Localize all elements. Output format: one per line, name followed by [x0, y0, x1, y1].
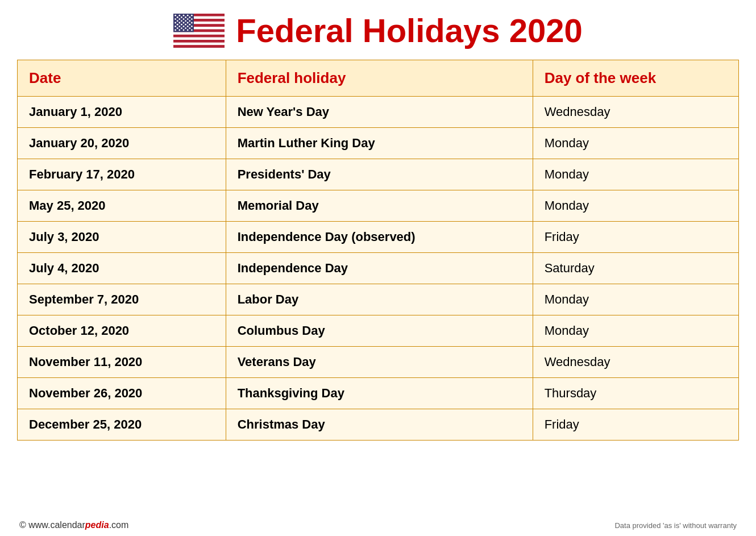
cell-date: December 25, 2020 — [18, 409, 226, 441]
cell-date: July 4, 2020 — [18, 253, 226, 284]
svg-point-19 — [177, 16, 178, 18]
cell-holiday: Christmas Day — [226, 409, 533, 441]
svg-point-14 — [175, 14, 177, 16]
page-footer: © www.calendarpedia.com Data provided 'a… — [17, 520, 739, 530]
svg-point-52 — [183, 29, 185, 31]
svg-point-42 — [179, 26, 181, 27]
cell-holiday: Memorial Day — [226, 190, 533, 222]
svg-point-20 — [181, 16, 182, 18]
cell-holiday: Presidents' Day — [226, 159, 533, 190]
table-row: February 17, 2020Presidents' DayMonday — [18, 159, 739, 190]
cell-holiday: Independence Day (observed) — [226, 222, 533, 253]
page-title: Federal Holidays 2020 — [236, 11, 582, 49]
cell-day: Monday — [533, 315, 738, 347]
svg-point-46 — [177, 27, 178, 29]
svg-point-51 — [179, 29, 181, 31]
svg-point-47 — [181, 27, 182, 29]
holidays-table: Date Federal holiday Day of the week Jan… — [17, 60, 739, 441]
svg-rect-9 — [173, 37, 225, 40]
svg-point-15 — [179, 14, 181, 16]
cell-day: Wednesday — [533, 97, 738, 128]
svg-point-16 — [183, 14, 185, 16]
svg-point-39 — [185, 23, 187, 25]
cell-date: September 7, 2020 — [18, 284, 226, 315]
svg-point-38 — [181, 23, 182, 25]
cell-holiday: Labor Day — [226, 284, 533, 315]
table-header-row: Date Federal holiday Day of the week — [18, 60, 739, 97]
svg-point-44 — [187, 26, 189, 27]
svg-point-18 — [191, 14, 193, 16]
cell-day: Friday — [533, 409, 738, 441]
svg-point-45 — [191, 26, 193, 27]
cell-day: Monday — [533, 284, 738, 315]
svg-point-27 — [191, 18, 193, 20]
svg-point-32 — [175, 22, 177, 23]
cell-holiday: Independence Day — [226, 253, 533, 284]
svg-point-34 — [183, 22, 185, 23]
cell-day: Friday — [533, 222, 738, 253]
cell-day: Monday — [533, 190, 738, 222]
cell-day: Thursday — [533, 378, 738, 409]
cell-date: November 11, 2020 — [18, 347, 226, 378]
svg-rect-11 — [173, 42, 225, 45]
svg-point-48 — [185, 27, 187, 29]
svg-point-23 — [175, 18, 177, 20]
cell-holiday: New Year's Day — [226, 97, 533, 128]
table-row: December 25, 2020Christmas DayFriday — [18, 409, 739, 441]
cell-day: Monday — [533, 128, 738, 159]
col-header-date: Date — [18, 60, 226, 97]
svg-rect-7 — [173, 32, 225, 35]
svg-point-29 — [181, 20, 182, 22]
svg-point-21 — [185, 16, 187, 18]
col-header-day: Day of the week — [533, 60, 738, 97]
cell-date: February 17, 2020 — [18, 159, 226, 190]
cell-date: October 12, 2020 — [18, 315, 226, 347]
table-row: November 11, 2020Veterans DayWednesday — [18, 347, 739, 378]
cell-day: Monday — [533, 159, 738, 190]
page-header: Federal Holidays 2020 — [17, 11, 739, 49]
svg-point-54 — [191, 29, 193, 31]
svg-point-28 — [177, 20, 178, 22]
svg-point-40 — [189, 23, 191, 25]
footer-brand-italic: pedia — [85, 520, 109, 530]
cell-holiday: Thanksgiving Day — [226, 378, 533, 409]
cell-day: Saturday — [533, 253, 738, 284]
footer-copyright: © www.calendarpedia.com — [19, 520, 128, 530]
table-row: October 12, 2020Columbus DayMonday — [18, 315, 739, 347]
cell-date: January 20, 2020 — [18, 128, 226, 159]
cell-date: May 25, 2020 — [18, 190, 226, 222]
svg-point-37 — [177, 23, 178, 25]
svg-point-41 — [175, 26, 177, 27]
svg-point-31 — [189, 20, 191, 22]
us-flag-icon — [173, 14, 225, 48]
svg-point-17 — [187, 14, 189, 16]
cell-holiday: Martin Luther King Day — [226, 128, 533, 159]
svg-point-43 — [183, 26, 185, 27]
svg-point-49 — [189, 27, 191, 29]
col-header-holiday: Federal holiday — [226, 60, 533, 97]
cell-holiday: Veterans Day — [226, 347, 533, 378]
svg-point-24 — [179, 18, 181, 20]
svg-point-33 — [179, 22, 181, 23]
svg-point-22 — [189, 16, 191, 18]
cell-date: January 1, 2020 — [18, 97, 226, 128]
footer-disclaimer: Data provided 'as is' without warranty — [614, 521, 737, 530]
holidays-table-container: Date Federal holiday Day of the week Jan… — [17, 60, 739, 517]
cell-date: November 26, 2020 — [18, 378, 226, 409]
svg-point-53 — [187, 29, 189, 31]
table-row: November 26, 2020Thanksgiving DayThursda… — [18, 378, 739, 409]
table-row: May 25, 2020Memorial DayMonday — [18, 190, 739, 222]
svg-point-25 — [183, 18, 185, 20]
cell-holiday: Columbus Day — [226, 315, 533, 347]
svg-rect-12 — [173, 45, 225, 48]
svg-point-26 — [187, 18, 189, 20]
table-row: July 4, 2020Independence DaySaturday — [18, 253, 739, 284]
svg-point-36 — [191, 22, 193, 23]
svg-point-35 — [187, 22, 189, 23]
svg-rect-10 — [173, 40, 225, 43]
cell-day: Wednesday — [533, 347, 738, 378]
table-row: January 1, 2020New Year's DayWednesday — [18, 97, 739, 128]
table-row: July 3, 2020Independence Day (observed)F… — [18, 222, 739, 253]
table-row: September 7, 2020Labor DayMonday — [18, 284, 739, 315]
svg-rect-8 — [173, 34, 225, 37]
